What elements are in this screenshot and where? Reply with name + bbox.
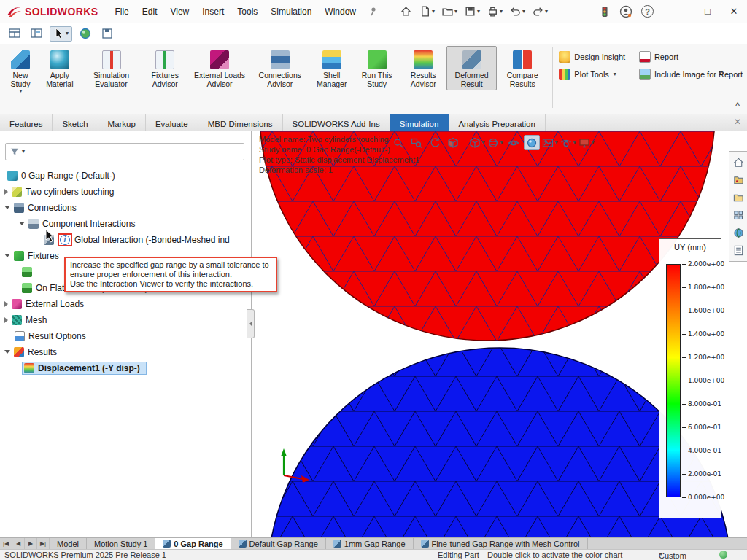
chevron-down-icon[interactable]: ▾	[454, 9, 457, 15]
ribbon-button[interactable]: Compare Results	[497, 46, 548, 90]
tree-item-connections[interactable]: Connections	[0, 200, 252, 215]
legend-colorbar[interactable]	[666, 264, 681, 497]
help-icon[interactable]: ?	[641, 5, 654, 18]
command-tab[interactable]: Evaluate	[146, 114, 198, 131]
study-tab[interactable]: Default Gap Range	[231, 538, 326, 549]
ribbon-button[interactable]: Deformed Result	[446, 46, 497, 90]
ribbon-button[interactable]: Shell Manager	[309, 46, 353, 90]
menu-item[interactable]: Tools	[231, 3, 264, 20]
edit-appearance-icon[interactable]	[524, 135, 540, 150]
tree-filter[interactable]: ▾	[5, 143, 244, 160]
save-icon[interactable]: ▾	[462, 4, 482, 19]
tree-item-component-interactions[interactable]: Component Interactions	[0, 216, 252, 231]
display-pane-icon[interactable]	[28, 26, 45, 42]
simulation-display-icon[interactable]: ▾	[578, 135, 595, 150]
tree-item-result-options[interactable]: Result Options	[0, 328, 252, 343]
collapse-arrow-icon[interactable]	[4, 206, 10, 209]
color-legend[interactable]: UY (mm) 2.000e+00 1.800e+00 1.600e+00	[659, 238, 721, 518]
chevron-down-icon[interactable]: ▾	[522, 9, 525, 15]
study-tab[interactable]: 1mm Gap Range	[326, 538, 414, 549]
tree-item-mesh[interactable]: Mesh	[0, 312, 252, 327]
expand-arrow-icon[interactable]	[4, 189, 8, 195]
chevron-down-icon[interactable]: ▾	[545, 9, 548, 15]
menu-item[interactable]: Simulation	[264, 3, 318, 20]
panel-splitter-handle[interactable]	[247, 309, 255, 338]
collapse-arrow-icon[interactable]	[4, 254, 10, 257]
plot-tools-button[interactable]: Plot Tools ▾	[559, 69, 625, 80]
menu-item[interactable]: Window	[318, 3, 363, 20]
design-library-icon[interactable]	[729, 171, 747, 189]
new-document-icon[interactable]: ▾	[417, 4, 437, 19]
study-tab[interactable]: Fine-tuned Gap Range with Mesh Control	[414, 538, 588, 549]
tab-scroll-button[interactable]: ▶|	[37, 538, 50, 549]
chevron-down-icon[interactable]: ▾	[66, 31, 69, 36]
save-icon[interactable]	[98, 26, 116, 42]
close-icon[interactable]: ✕	[734, 117, 741, 127]
tree-item-study[interactable]: 0 Gap Range (-Default-)	[0, 168, 252, 183]
ribbon-button[interactable]: New Study ▾	[3, 46, 38, 96]
chevron-down-icon[interactable]: ▾	[22, 149, 25, 155]
print-icon[interactable]: ▾	[484, 4, 505, 19]
home-icon[interactable]	[398, 4, 414, 19]
chevron-down-icon[interactable]: ▾	[573, 140, 576, 146]
hide-show-icon[interactable]	[506, 135, 522, 150]
menu-item[interactable]: View	[163, 3, 196, 20]
command-tab[interactable]: Simulation	[390, 114, 449, 131]
study-tab[interactable]: Model	[50, 538, 87, 549]
command-tab[interactable]: Sketch	[53, 114, 98, 131]
ribbon-button[interactable]: Results Advisor	[400, 46, 446, 90]
tree-item-global-interaction[interactable]: i Global Interaction (-Bonded-Meshed ind	[0, 232, 252, 247]
collapse-arrow-icon[interactable]	[19, 222, 25, 225]
pin-menu-icon[interactable]	[367, 6, 379, 18]
tab-scroll-button[interactable]: ▶	[25, 538, 37, 549]
user-account-icon[interactable]	[619, 5, 632, 18]
ribbon-overflow-icon[interactable]: »	[719, 67, 724, 78]
graphics-area[interactable]: Model name: Two cylinders touching Study…	[252, 131, 747, 537]
stoplight-icon[interactable]	[599, 5, 611, 18]
custom-properties-icon[interactable]	[729, 241, 747, 259]
apply-scene-icon[interactable]: ▾	[542, 135, 558, 150]
study-tab[interactable]: Motion Study 1	[87, 538, 155, 549]
window-layout-icon[interactable]	[6, 26, 23, 42]
command-tab[interactable]: Features	[0, 114, 53, 131]
home-icon[interactable]	[729, 154, 747, 171]
chevron-down-icon[interactable]: ▾	[591, 140, 594, 146]
tree-item-external-loads[interactable]: External Loads	[0, 296, 252, 311]
tree-item-part[interactable]: Two cylinders touching	[0, 184, 252, 199]
redo-icon[interactable]: ▾	[530, 4, 550, 19]
ribbon-button[interactable]: Simulation Evaluator	[82, 46, 142, 90]
maximize-button[interactable]: □	[694, 0, 721, 23]
chevron-down-icon[interactable]: ▾	[477, 9, 480, 15]
zoom-fit-icon[interactable]	[390, 135, 406, 150]
section-view-icon[interactable]	[445, 135, 461, 150]
select-cursor-button[interactable]: ▾	[50, 26, 72, 42]
zoom-area-icon[interactable]	[409, 135, 425, 150]
chevron-down-icon[interactable]: ▾	[614, 71, 616, 77]
chevron-down-icon[interactable]: ▾	[19, 88, 22, 94]
view-orientation-icon[interactable]: ▾	[469, 135, 485, 150]
tree-item-displacement-plot[interactable]: Displacement1 (-Y disp-)	[0, 360, 252, 376]
menu-item[interactable]: File	[108, 3, 135, 20]
menu-item[interactable]: Insert	[196, 3, 231, 20]
view-palette-icon[interactable]	[729, 206, 747, 224]
appearances-icon[interactable]	[729, 224, 747, 241]
previous-view-icon[interactable]	[427, 135, 443, 150]
file-explorer-icon[interactable]	[729, 189, 747, 206]
design-insight-button[interactable]: Design Insight	[559, 51, 625, 63]
close-button[interactable]: ✕	[721, 0, 747, 23]
menu-item[interactable]: Edit	[136, 3, 164, 20]
expand-arrow-icon[interactable]	[4, 317, 8, 323]
chevron-down-icon[interactable]: ▾	[481, 140, 484, 146]
tab-scroll-button[interactable]: ◀	[12, 538, 25, 549]
ribbon-button[interactable]: External Loads Advisor	[189, 46, 250, 90]
report-button[interactable]: Report	[639, 51, 743, 63]
include-image-for-report-button[interactable]: Include Image for Report	[639, 69, 743, 80]
ribbon-button[interactable]: Fixtures Advisor	[141, 46, 189, 90]
view-settings-icon[interactable]: ▾	[560, 135, 576, 150]
chevron-down-icon[interactable]: ▾	[500, 9, 503, 15]
chevron-down-icon[interactable]: ▾	[500, 140, 503, 146]
undo-icon[interactable]: ▾	[507, 4, 527, 19]
ribbon-button[interactable]: Run This Study	[354, 46, 400, 90]
chevron-down-icon[interactable]: ▾	[432, 9, 435, 15]
appearance-icon[interactable]	[77, 26, 94, 42]
